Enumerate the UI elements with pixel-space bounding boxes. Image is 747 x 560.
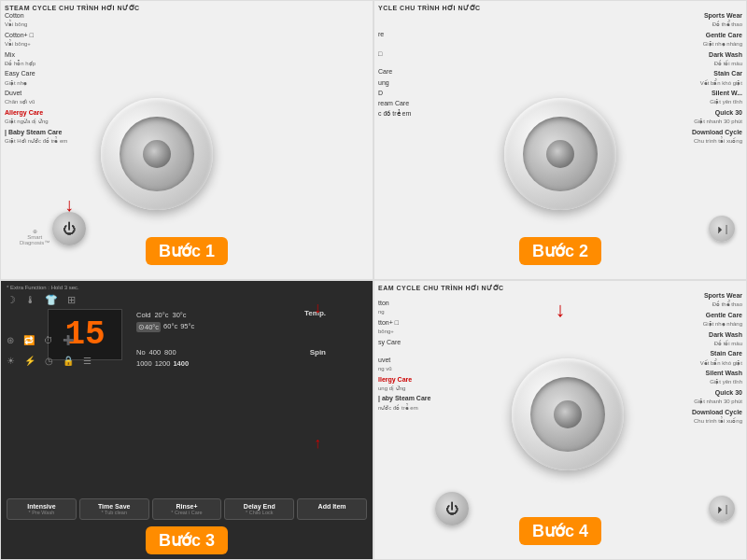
panel4-labels-left: tton ng tton+ □ bông+ sy Care uvet ng vũ… [378,298,430,413]
btn-time-save[interactable]: Time Save * Tub clean [79,498,149,520]
icon-2: 🌡 [25,294,35,306]
step-label-3: Bước 3 [146,526,228,554]
btn-add-item[interactable]: Add Item [297,498,367,520]
play-icon: ⏵| [716,224,728,234]
mid-icons-row: ⊛ 🔁 ⏱ ➕ [7,335,74,345]
spin-opt-1200: 1200 [155,359,171,368]
step-label-4: Bước 4 [519,517,601,545]
arrow-indicator-4: ↓ [556,298,566,322]
panel1-knob[interactable] [101,98,213,210]
function-buttons: Intensive * Pre Wash Time Save * Tub cle… [7,498,367,520]
play-pause-button-4[interactable]: ⏵| [709,496,735,522]
icon-5: ⊛ [7,335,14,345]
power-button[interactable]: ⏻ [52,212,86,245]
step-label-2: Bước 2 [519,237,601,265]
smart-diagnosis: ⊕ Smart Diagnosis™ [20,228,49,245]
btn-delay-end[interactable]: Delay End * Chilo Lock [224,498,294,520]
panel2-labels-left: re □ Care ung D ream Care c đồ trẻ em [378,29,411,119]
panel-2: YCLE CHU TRÌNH HƠI NƯỚC re □ Care ung D … [374,0,747,280]
btn-rinse-plus[interactable]: Rinse+ * Creat i Care [152,498,222,520]
panel-4: EAM CYCLE CHU TRÌNH HƠI NƯỚC tton ng tto… [374,280,747,560]
temp-opt-40: ⊙40°c [136,322,161,332]
panel-3: * Extra Function : Hold 3 sec. ☽ 🌡 👕 ⊞ 1… [0,280,374,560]
icon-12: 🔒 [63,356,74,366]
temp-opt-cold: Cold [136,311,150,319]
top-icons-row: ☽ 🌡 👕 ⊞ [7,294,76,306]
icon-7: ⏱ [44,335,53,345]
arrow-spin: ↑ [314,435,321,452]
icon-10: ⚡ [24,356,35,366]
panel4-knob[interactable] [512,358,624,470]
icon-3: 👕 [45,294,58,306]
spin-opt-800: 800 [164,348,176,357]
step-label-1: Bước 1 [146,237,228,265]
power-icon: ⏻ [63,221,76,236]
power-icon-4: ⏻ [445,501,458,516]
power-button-4[interactable]: ⏻ [435,492,469,525]
spin-opt-400: 400 [149,348,162,357]
temp-area: Cold 20°c 30°c ⊙40°c 60°c 95°c [136,311,194,335]
temp-opt-30: 30°c [173,311,187,319]
panel2-title: YCLE CHU TRÌNH HƠI NƯỚC [378,5,481,12]
spin-opt-1400: 1400 [173,359,189,368]
panel4-title: EAM CYCLE CHU TRÌNH HƠI NƯỚC [378,285,504,292]
spin-opt-1000: 1000 [136,359,152,368]
icon-13: ☰ [83,356,92,366]
panel1-labels-left: Cotton Vải bông Cotton+ □ Vải bông+ Mix … [5,10,67,146]
icon-11: ◷ [45,356,53,366]
icon-1: ☽ [7,294,16,306]
play-icon-4: ⏵| [716,504,728,514]
panel-1: STEAM CYCLE CHU TRÌNH HƠI NƯỚC Cotton Vả… [0,0,374,280]
icon-9: ☀ [7,356,15,366]
temp-opt-20: 20°c [154,311,168,319]
icon-8: ➕ [63,335,74,345]
spin-area: No 400 800 1000 1200 1400 [136,348,189,368]
panel2-labels-right: Sports Wear Đồ thể thao Gentle Care Giặt… [692,10,742,146]
extra-function-note: * Extra Function : Hold 3 sec. [7,285,79,290]
arrow-temp: ↓ [314,300,321,316]
icon-4: ⊞ [67,294,76,306]
bot-icons-row: ☀ ⚡ ◷ 🔒 ☰ [7,356,92,366]
play-pause-button-2[interactable]: ⏵| [709,216,735,242]
spin-label: Spin [310,348,326,357]
panel2-knob[interactable] [504,98,616,210]
panel4-labels-right: Sports Wear Đồ thể thao Gentle Care Giặt… [692,290,742,426]
temp-opt-60: 60°c [163,322,177,332]
temp-opt-95: 95°c [180,322,194,332]
spin-opt-no: No [136,348,146,357]
btn-intensive[interactable]: Intensive * Pre Wash [7,498,77,520]
icon-6: 🔁 [23,335,35,345]
main-grid: STEAM CYCLE CHU TRÌNH HƠI NƯỚC Cotton Vả… [0,0,747,560]
